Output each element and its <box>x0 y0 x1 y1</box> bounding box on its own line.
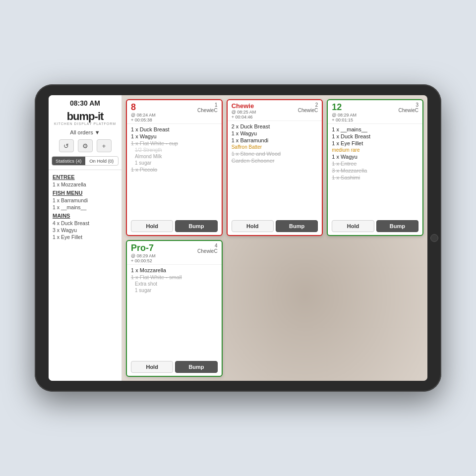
chewie-bump-button[interactable]: Bump <box>276 220 318 232</box>
order-8-footer: Hold Bump <box>127 218 222 235</box>
combine-icon[interactable]: + <box>97 139 112 152</box>
logo-text: bump-it <box>51 110 119 123</box>
order-8-bump-button[interactable]: Bump <box>175 220 217 232</box>
chewie-header: Chewie @ 08:25 AM + 00:04:46 2 ChewieC <box>228 100 322 121</box>
section-mains: MAINS <box>49 211 121 220</box>
history-icon[interactable]: ↺ <box>59 139 74 152</box>
chewie-name: Chewie <box>232 102 256 110</box>
settings-icon[interactable]: ⚙ <box>78 139 93 152</box>
order-card-pro7: Pro-7 @ 08:29 AM + 00:00:52 4 ChewieC 1 … <box>126 240 223 377</box>
tablet-screen: 08:30 AM bump-it KITCHEN DISPLAY PLATFOR… <box>49 95 427 381</box>
pro7-item-1: 1 x Flat White - small <box>131 274 218 281</box>
order-8-hold-button[interactable]: Hold <box>131 220 173 232</box>
order-12-item-5: 1 x Entree <box>332 160 418 167</box>
order-12-elapsed: + 00:01:15 <box>332 118 357 122</box>
chewie-time: @ 08:25 AM <box>232 110 256 115</box>
chewie-hold-button[interactable]: Hold <box>232 220 274 232</box>
pro7-waiter: ChewieC <box>197 248 218 254</box>
sidebar-tabs: Statistics (4) On Hold (0) <box>52 156 119 166</box>
chewie-elapsed: + 00:04:46 <box>232 115 256 119</box>
order-12-item-7: 1 x Sashimi <box>332 174 418 181</box>
chewie-item-1: 1 x Wagyu <box>232 130 318 137</box>
pro7-header: Pro-7 @ 08:29 AM + 00:00:52 4 ChewieC <box>127 241 222 265</box>
pro7-number: Pro-7 <box>131 243 156 253</box>
tablet-device: 08:30 AM bump-it KITCHEN DISPLAY PLATFOR… <box>35 84 441 392</box>
order-8-waiter: ChewieC <box>197 108 218 113</box>
order-grid: 8 @ 08:24 AM + 00:05:38 1 ChewieC 1 x Du… <box>122 95 427 381</box>
section-fish-menu: FISH MENU <box>49 188 121 197</box>
fish-item-0: 1 x Barramundi <box>49 197 121 204</box>
chewie-item-0: 2 x Duck Breast <box>232 123 318 130</box>
logo: bump-it KITCHEN DISPLAY PLATFORM <box>49 108 121 127</box>
chewie-body: 2 x Duck Breast 1 x Wagyu 1 x Barramundi… <box>228 121 322 218</box>
order-8-item-0: 1 x Duck Breast <box>131 126 218 133</box>
order-12-header: 12 @ 08:29 AM + 00:01:15 3 ChewieC <box>328 100 422 124</box>
mains-item-2: 1 x Eye Fillet <box>49 234 121 240</box>
order-8-item-3: 1/2 Strength <box>131 147 218 153</box>
order-12-waiter: ChewieC <box>398 108 418 113</box>
pro7-hold-button[interactable]: Hold <box>131 361 173 373</box>
tab-on-hold[interactable]: On Hold (0) <box>85 157 119 165</box>
home-button[interactable] <box>430 234 438 242</box>
pro7-body: 1 x Mozzarella 1 x Flat White - small Ex… <box>127 265 222 359</box>
order-8-item-6: 1 x Piccolo <box>131 166 218 173</box>
order-card-chewie: Chewie @ 08:25 AM + 00:04:46 2 ChewieC 2… <box>227 99 323 236</box>
chewie-item-4: 1 x Stone and Wood <box>232 150 318 157</box>
mains-item-0: 4 x Duck Breast <box>49 220 121 227</box>
order-8-item-2: 1 x Flat White - cup <box>131 140 218 147</box>
pro7-elapsed: + 00:00:52 <box>131 258 156 263</box>
order-12-body: 1 x __mains__ 1 x Duck Breast 1 x Eye Fi… <box>328 124 422 218</box>
order-12-footer: Hold Bump <box>328 218 422 235</box>
order-8-seat: 1 ChewieC <box>197 102 218 113</box>
pro7-bump-button[interactable]: Bump <box>175 361 217 373</box>
order-8-item-1: 1 x Wagyu <box>131 133 218 140</box>
sidebar-icon-row: ↺ ⚙ + <box>49 137 121 154</box>
pro7-footer: Hold Bump <box>127 359 222 376</box>
chewie-waiter: ChewieC <box>298 108 318 113</box>
order-8-item-5: 1 sugar <box>131 160 218 166</box>
order-12-item-4: 1 x Wagyu <box>332 153 418 160</box>
order-12-item-0: 1 x __mains__ <box>332 126 418 133</box>
pro7-time: @ 08:29 AM <box>131 253 156 258</box>
chewie-item-5: Garden Schooner <box>232 157 318 164</box>
logo-sub: KITCHEN DISPLAY PLATFORM <box>51 122 119 125</box>
mains-item-1: 3 x Wagyu <box>49 227 121 234</box>
all-orders-dropdown[interactable]: All orders ▼ <box>49 127 121 137</box>
order-12-item-3: medium rare <box>332 147 418 153</box>
chewie-item-2: 1 x Barramundi <box>232 137 318 144</box>
order-12-item-6: 3 x Mozzarella <box>332 167 418 174</box>
order-card-12: 12 @ 08:29 AM + 00:01:15 3 ChewieC 1 x _… <box>327 99 423 236</box>
order-12-hold-button[interactable]: Hold <box>332 220 374 232</box>
fish-item-1: 1 x __mains__ <box>49 204 121 211</box>
order-8-number: 8 <box>131 102 156 113</box>
order-8-body: 1 x Duck Breast 1 x Wagyu 1 x Flat White… <box>127 124 222 218</box>
order-12-item-2: 1 x Eye Fillet <box>332 140 418 147</box>
pro7-item-3: 1 sugar <box>131 287 218 294</box>
pro7-item-2: Extra shot <box>131 281 218 287</box>
chewie-item-3: Saffron Batter <box>232 144 318 150</box>
section-entree: ENTREE <box>49 172 121 181</box>
order-8-item-4: Almond Milk <box>131 153 218 160</box>
order-8-time: @ 08:24 AM <box>131 113 156 118</box>
order-8-header: 8 @ 08:24 AM + 00:05:38 1 ChewieC <box>127 100 222 124</box>
entree-item-0: 1 x Mozzarella <box>49 181 121 188</box>
current-time: 08:30 AM <box>49 95 121 108</box>
order-12-seat: 3 ChewieC <box>398 102 418 113</box>
order-12-item-1: 1 x Duck Breast <box>332 133 418 140</box>
chewie-footer: Hold Bump <box>228 218 322 235</box>
order-12-number: 12 <box>332 102 357 113</box>
pro7-item-0: 1 x Mozzarella <box>131 267 218 274</box>
chewie-seat: 2 ChewieC <box>298 102 318 113</box>
order-8-elapsed: + 00:05:38 <box>131 118 156 122</box>
order-card-8: 8 @ 08:24 AM + 00:05:38 1 ChewieC 1 x Du… <box>126 99 223 236</box>
tab-statistics[interactable]: Statistics (4) <box>52 157 85 165</box>
order-12-bump-button[interactable]: Bump <box>376 220 418 232</box>
pro7-seat: 4 ChewieC <box>197 243 218 254</box>
order-12-time: @ 08:29 AM <box>332 113 357 118</box>
sidebar: 08:30 AM bump-it KITCHEN DISPLAY PLATFOR… <box>49 95 122 381</box>
